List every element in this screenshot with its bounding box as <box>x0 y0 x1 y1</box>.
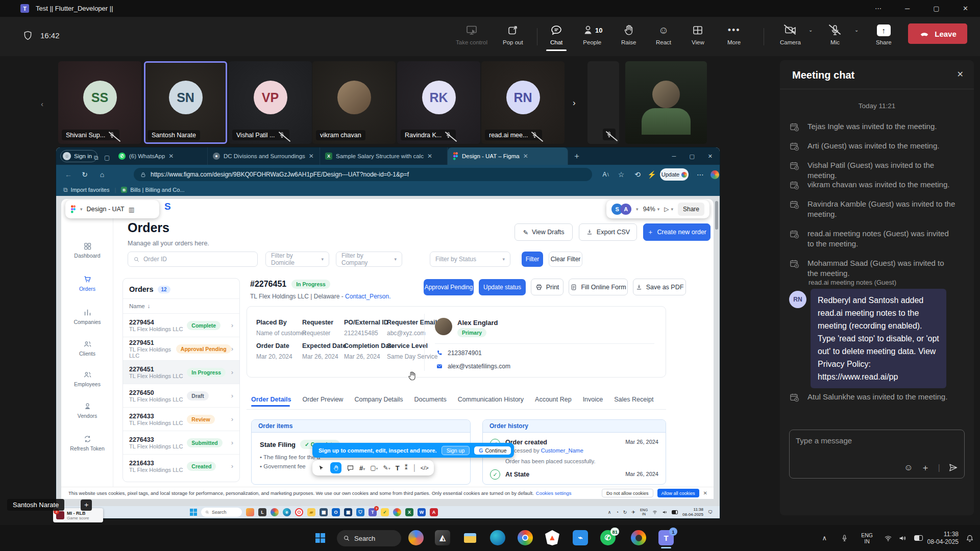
filter-status-dropdown[interactable]: Filter by Status▾ <box>430 252 510 267</box>
video-tile[interactable]: RN read.ai mee... <box>481 61 565 144</box>
window-minimize-button[interactable]: ─ <box>893 0 922 17</box>
address-bar[interactable]: https://www.figma.com/design/9BKQ0FOHRWa… <box>134 168 592 181</box>
tab-order-preview[interactable]: Order Preview <box>303 396 344 403</box>
workspaces-icon[interactable]: ⧉ <box>94 153 99 162</box>
sidebar-item-vendors[interactable]: Vendors <box>61 402 113 419</box>
view-button[interactable]: View <box>692 24 704 45</box>
shared-weather-icon[interactable] <box>246 508 254 516</box>
order-row[interactable]: 2276433TL Flex Holdings LLC Submitted › <box>123 431 239 454</box>
emoji-icon[interactable]: ☺ <box>904 463 913 473</box>
shared-defender-icon[interactable]: ⛉ <box>356 508 364 516</box>
cookie-close-icon[interactable]: ✕ <box>703 490 707 496</box>
battery-icon[interactable] <box>914 535 923 541</box>
tab-close-icon[interactable]: ✕ <box>523 153 528 160</box>
chat-button[interactable]: Chat <box>550 24 562 45</box>
figma-share-button[interactable]: Share <box>678 203 704 216</box>
pop-out-button[interactable]: Pop out <box>503 24 523 45</box>
shared-outlook-icon[interactable]: O <box>332 508 340 516</box>
shared-opera-icon[interactable]: O <box>295 508 303 516</box>
order-id-search-input[interactable]: Order ID <box>128 252 258 267</box>
dev-mode-icon[interactable]: </> <box>421 465 429 471</box>
language-indicator[interactable]: ENGIN <box>861 525 873 551</box>
avatars-chevron[interactable]: ▾ <box>636 207 639 212</box>
allow-cookies-button[interactable]: Allow all cookies <box>657 489 699 497</box>
edge-icon[interactable] <box>490 530 505 545</box>
back-icon[interactable]: ← <box>62 168 75 181</box>
tab-whatsapp[interactable]: ✆ (6) WhatsApp✕ <box>113 147 208 165</box>
sidebar-item-clients[interactable]: Clients <box>61 340 113 357</box>
attach-plus-icon[interactable]: ＋ <box>921 462 930 473</box>
figma-menu-chevron[interactable]: ▾ <box>80 207 83 212</box>
create-new-order-button[interactable]: ＋Create new order <box>643 223 710 241</box>
update-status-button[interactable]: Update status <box>479 279 526 295</box>
brave-icon[interactable]: ▲ <box>545 530 559 545</box>
sidebar-item-refresh-token[interactable]: Refresh Token <box>61 435 113 452</box>
tab-account-rep[interactable]: Account Rep <box>535 396 572 403</box>
print-button[interactable]: Print <box>531 279 564 295</box>
order-row[interactable]: 2216433TL Flex Holdings LLC Created › <box>123 454 239 478</box>
browser-sign-in-button[interactable]: ☺ Sign in <box>60 150 97 162</box>
tab-order-details[interactable]: Order Details <box>251 396 291 403</box>
deny-cookies-button[interactable]: Do not allow cookies <box>602 489 653 497</box>
vscode-icon[interactable]: ⌁ <box>573 530 588 545</box>
volume-icon[interactable] <box>898 534 906 542</box>
video-tile-photo[interactable] <box>625 61 707 144</box>
approval-pending-button[interactable]: Approval Pending <box>424 279 474 295</box>
teams-icon[interactable]: T 1 <box>658 530 674 545</box>
component-tool-icon[interactable]: ⁑ <box>405 464 408 471</box>
tab-company-details[interactable]: Company Details <box>354 396 403 403</box>
tiles-scroll-right-chevron[interactable]: › <box>573 98 576 108</box>
chrome-icon[interactable] <box>518 530 533 545</box>
layout-panel-icon[interactable]: ▥ <box>129 206 135 213</box>
shared-search-box[interactable]: Search <box>201 508 242 517</box>
shared-folder-icon[interactable]: ▰ <box>307 508 315 516</box>
new-tab-button[interactable]: ＋ <box>568 147 585 165</box>
filter-domicile-dropdown[interactable]: Filter by Domicile▾ <box>265 252 329 267</box>
raise-hand-button[interactable]: Raise <box>621 24 636 45</box>
clock[interactable]: 11:3808-04-2025 <box>927 525 959 551</box>
start-button[interactable] <box>312 530 328 545</box>
app-icon-dark[interactable]: ◭ <box>435 530 450 545</box>
shared-chrome-icon[interactable] <box>393 508 401 516</box>
sidebar-item-orders[interactable]: Orders <box>61 275 113 292</box>
shared-app-icon[interactable]: L <box>258 508 266 516</box>
shared-copilot-icon[interactable] <box>271 508 279 516</box>
fill-online-form-button[interactable]: Fill Online Form <box>569 279 628 295</box>
camera-options-chevron[interactable]: ⌄ <box>808 27 813 33</box>
present-button[interactable]: ▷▾ <box>664 206 673 213</box>
shared-calculator-icon[interactable]: ▦ <box>320 508 328 516</box>
hand-tool-icon-active[interactable] <box>330 462 341 473</box>
shared-edge-icon[interactable]: e <box>283 508 291 516</box>
video-tile[interactable]: SN Santosh Narate <box>144 61 227 144</box>
cookies-settings-link[interactable]: Cookies settings <box>536 490 572 496</box>
copilot-icon[interactable] <box>408 530 424 545</box>
bookmark-bills[interactable]: BBills | Billing and Co... <box>121 187 184 193</box>
tab-invoice[interactable]: Invoice <box>583 396 603 403</box>
more-button[interactable]: ••• More <box>727 24 741 45</box>
tab-documents[interactable]: Documents <box>414 396 447 403</box>
contact-phone[interactable]: 2123874901 <box>448 349 482 357</box>
window-maximize-button[interactable]: ▢ <box>922 0 951 17</box>
window-more-button[interactable]: ⋯ <box>864 0 893 17</box>
camera-button[interactable]: Camera <box>780 24 801 45</box>
file-explorer-icon[interactable] <box>462 530 478 545</box>
contact-person-link[interactable]: Contact_Person. <box>345 293 390 300</box>
presenter-overlay-plus-button[interactable]: ＋ <box>81 499 92 511</box>
tab-sales-receipt[interactable]: Sales Receipt <box>614 396 653 403</box>
mic-button[interactable]: Mic <box>829 24 841 45</box>
collaborator-avatar[interactable]: A <box>620 204 631 215</box>
whatsapp-icon[interactable]: ✆ 81 <box>600 530 616 545</box>
view-drafts-button[interactable]: ✎View Drafts <box>514 223 573 241</box>
wifi-icon[interactable] <box>884 534 892 542</box>
shared-excel-icon[interactable]: X <box>405 508 413 516</box>
tab-figma-active[interactable]: Design - UAT – Figma✕ <box>448 147 568 165</box>
shared-start-icon[interactable] <box>190 509 197 516</box>
browser-close-icon[interactable]: ✕ <box>708 153 713 160</box>
order-row[interactable]: 2276433TL Flex Holdings LLC Review › <box>123 407 239 431</box>
sidebar-item-employees[interactable]: Employees <box>61 370 113 387</box>
order-row[interactable]: 2276450TL Flex Holdings LLC Draft › <box>123 384 239 407</box>
tab-close-icon[interactable]: ✕ <box>427 153 432 160</box>
contact-email[interactable]: alex@vstatefilings.com <box>448 363 510 370</box>
chat-message-input[interactable] <box>790 430 964 460</box>
shared-acrobat-icon[interactable]: A <box>430 508 438 516</box>
